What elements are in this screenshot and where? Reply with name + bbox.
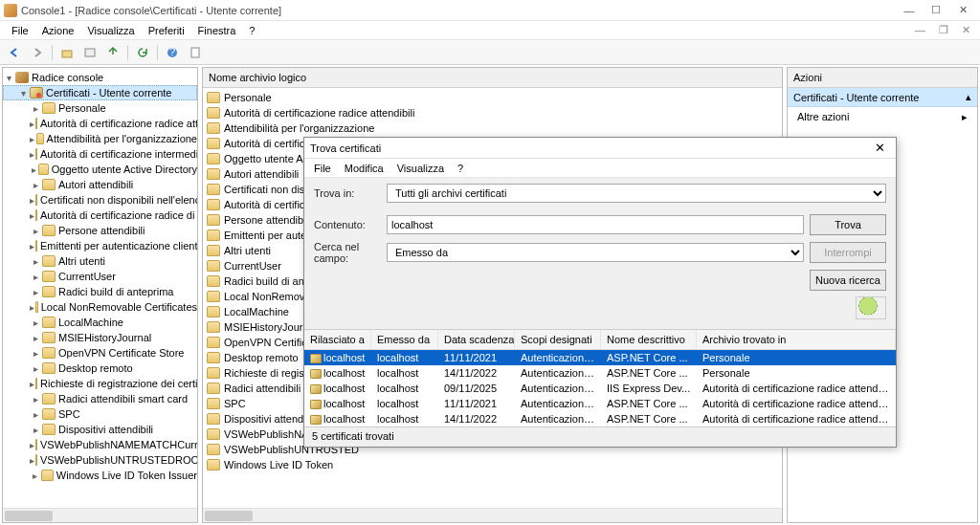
result-col-4[interactable]: Nome descrittivo	[601, 330, 697, 349]
app-icon	[4, 4, 17, 17]
tree-item-14[interactable]: ▸LocalMachine	[3, 315, 197, 330]
tree-item-22[interactable]: ▸VSWebPublishNAMEMATCHCurrentUser	[3, 437, 197, 452]
child-close-button[interactable]: ✕	[958, 24, 974, 36]
result-row-4[interactable]: localhostlocalhost14/11/2022Autenticazio…	[304, 411, 896, 427]
menu-help[interactable]: ?	[243, 23, 260, 38]
cerca-label: Cerca nel campo:	[314, 241, 381, 264]
tree-item-16[interactable]: ▸OpenVPN Certificate Store	[3, 345, 197, 361]
contenuto-label: Contenuto:	[314, 219, 381, 230]
list-hscroll[interactable]	[203, 508, 782, 522]
tree-item-4[interactable]: ▸Oggetto utente Active Directory	[3, 162, 197, 177]
tree-hscroll[interactable]	[3, 508, 197, 522]
dialog-menu-modifica[interactable]: Modifica	[339, 161, 390, 176]
properties-button[interactable]	[185, 43, 206, 62]
result-row-3[interactable]: localhostlocalhost11/11/2021Autenticazio…	[304, 396, 896, 411]
tree-item-12[interactable]: ▸Radici build di anteprima	[3, 284, 197, 299]
trovain-select[interactable]: Tutti gli archivi certificati	[387, 184, 886, 203]
submenu-arrow-icon: ▸	[962, 111, 968, 123]
svg-rect-1	[85, 49, 95, 56]
options-button[interactable]	[79, 43, 100, 62]
child-restore-button[interactable]: ❐	[935, 24, 952, 36]
help-button[interactable]: ?	[162, 43, 183, 62]
tree-item-0[interactable]: ▸Personale	[3, 100, 197, 116]
cerca-select[interactable]: Emesso da	[387, 243, 804, 262]
tree-root[interactable]: ▾Radice console	[3, 70, 197, 85]
find-dialog: Trova certificati ✕ File Modifica Visual…	[303, 137, 897, 448]
trova-button[interactable]: Trova	[810, 214, 886, 235]
result-row-2[interactable]: localhostlocalhost09/11/2025Autenticazio…	[304, 381, 896, 396]
dialog-menu-help[interactable]: ?	[452, 161, 469, 176]
actions-more[interactable]: Altre azioni ▸	[788, 107, 977, 127]
actions-context-label: Certificati - Utente corrente	[793, 92, 919, 103]
svg-text:?: ?	[169, 46, 175, 57]
tree-item-11[interactable]: ▸CurrentUser	[3, 269, 197, 284]
result-col-5[interactable]: Archivio trovato in	[697, 330, 896, 349]
close-button[interactable]: ✕	[949, 2, 976, 19]
menu-visualizza[interactable]: Visualizza	[81, 23, 140, 38]
tree-item-23[interactable]: ▸VSWebPublishUNTRUSTEDROOTCurrentUser	[3, 452, 197, 468]
tree-item-1[interactable]: ▸Autorità di certificazione radice atten…	[3, 116, 197, 131]
result-col-0[interactable]: Rilasciato a	[304, 330, 371, 349]
tree-item-2[interactable]: ▸Attendibilità per l'organizzazione	[3, 131, 197, 146]
menu-azione[interactable]: Azione	[36, 23, 80, 38]
list-item-1[interactable]: Autorità di certificazione radice attend…	[203, 105, 782, 120]
export-button[interactable]	[102, 43, 123, 62]
dialog-menu-file[interactable]: File	[308, 161, 337, 176]
actions-context-bar[interactable]: Certificati - Utente corrente ▴	[788, 88, 977, 107]
refresh-button[interactable]	[132, 43, 153, 62]
list-header[interactable]: Nome archivio logico	[203, 68, 782, 88]
svg-rect-4	[191, 48, 199, 57]
dialog-close-button[interactable]: ✕	[869, 141, 890, 155]
titlebar: Console1 - [Radice console\Certificati -…	[0, 0, 980, 21]
dialog-status: 5 certificati trovati	[304, 427, 896, 447]
forward-button[interactable]	[27, 43, 48, 62]
list-item-0[interactable]: Personale	[203, 90, 782, 105]
result-col-1[interactable]: Emesso da	[371, 330, 438, 349]
tree-item-10[interactable]: ▸Altri utenti	[3, 253, 197, 269]
list-item-24[interactable]: Windows Live ID Token	[203, 457, 782, 472]
tree-item-3[interactable]: ▸Autorità di certificazione intermedie	[3, 146, 197, 162]
tree-item-24[interactable]: ▸Windows Live ID Token Issuer	[3, 468, 197, 483]
result-row-0[interactable]: localhostlocalhost11/11/2021Autenticazio…	[304, 350, 896, 365]
actions-header: Azioni	[788, 68, 977, 88]
tree-item-18[interactable]: ▸Richieste di registrazione dei certific…	[3, 376, 197, 391]
contenuto-input[interactable]	[387, 215, 804, 234]
search-cert-icon	[856, 296, 886, 319]
tree-cert-root[interactable]: ▾Certificati - Utente corrente	[3, 85, 197, 100]
tree-item-13[interactable]: ▸Local NonRemovable Certificates	[3, 299, 197, 315]
toolbar: ?	[0, 40, 980, 65]
dialog-title: Trova certificati	[310, 142, 869, 154]
tree-item-9[interactable]: ▸Emittenti per autenticazione client	[3, 238, 197, 253]
actions-more-label: Altre azioni	[797, 111, 849, 123]
child-minimize-button[interactable]: —	[911, 24, 929, 36]
result-col-2[interactable]: Data scadenza	[438, 330, 515, 349]
tree-item-6[interactable]: ▸Certificati non disponibili nell'elenco…	[3, 192, 197, 208]
menu-finestra[interactable]: Finestra	[192, 23, 242, 38]
collapse-icon: ▴	[966, 91, 971, 103]
tree-item-8[interactable]: ▸Persone attendibili	[3, 223, 197, 238]
results-list: Rilasciato aEmesso daData scadenzaScopi …	[304, 329, 896, 427]
menu-preferiti[interactable]: Preferiti	[143, 23, 190, 38]
result-col-3[interactable]: Scopi designati	[515, 330, 601, 349]
trovain-label: Trova in:	[314, 187, 381, 199]
tree-item-15[interactable]: ▸MSIEHistoryJournal	[3, 330, 197, 345]
minimize-button[interactable]: —	[896, 2, 923, 19]
tree-item-19[interactable]: ▸Radici attendibili smart card	[3, 391, 197, 406]
maximize-button[interactable]: ☐	[923, 2, 949, 19]
dialog-menubar: File Modifica Visualizza ?	[304, 159, 896, 178]
tree-item-21[interactable]: ▸Dispositivi attendibili	[3, 422, 197, 437]
tree-item-20[interactable]: ▸SPC	[3, 406, 197, 422]
result-row-1[interactable]: localhostlocalhost14/11/2022Autenticazio…	[304, 365, 896, 381]
tree-item-17[interactable]: ▸Desktop remoto	[3, 361, 197, 376]
svg-rect-0	[62, 51, 72, 57]
dialog-menu-visualizza[interactable]: Visualizza	[391, 161, 450, 176]
back-button[interactable]	[4, 43, 25, 62]
menu-file[interactable]: File	[6, 23, 34, 38]
interrompi-button[interactable]: Interrompi	[810, 242, 886, 263]
menubar: File Azione Visualizza Preferiti Finestr…	[0, 21, 980, 40]
nuova-button[interactable]: Nuova ricerca	[810, 270, 886, 291]
tree-item-7[interactable]: ▸Autorità di certificazione radice di te…	[3, 208, 197, 223]
list-item-2[interactable]: Attendibilità per l'organizzazione	[203, 120, 782, 136]
up-button[interactable]	[56, 43, 78, 62]
tree-item-5[interactable]: ▸Autori attendibili	[3, 177, 197, 192]
